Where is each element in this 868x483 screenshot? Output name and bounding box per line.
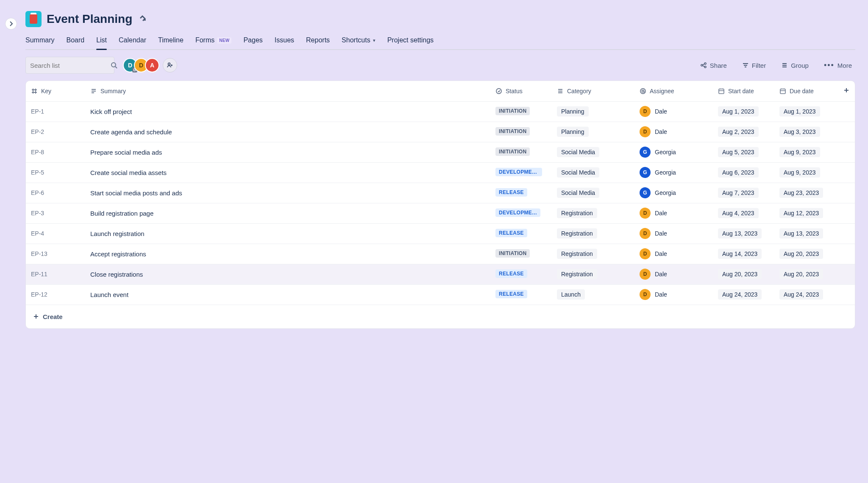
share-button[interactable]: Share [697,59,730,72]
more-button[interactable]: ••• More [821,58,855,72]
issue-status-cell[interactable]: INITIATION [490,142,552,162]
table-row[interactable]: EP-3Build registration pageDEVELOPME…Reg… [26,203,855,223]
customize-theme-button[interactable] [137,13,149,26]
tab-project-settings[interactable]: Project settings [387,33,434,49]
start-date-cell[interactable]: Aug 5, 2023 [713,142,774,162]
table-row[interactable]: EP-5Create social media assetsDEVELOPMEN… [26,162,855,183]
issue-category-cell[interactable]: Registration [552,203,634,223]
issue-key[interactable]: EP-13 [26,244,85,264]
issue-category-cell[interactable]: Social Media [552,162,634,183]
issue-summary[interactable]: Prepare social media ads [85,142,490,162]
issue-status-cell[interactable]: RELEASE [490,183,552,203]
due-date-cell[interactable]: Aug 1, 2023 [774,101,838,122]
issue-category-cell[interactable]: Registration [552,264,634,284]
issue-status-cell[interactable]: INITIATION [490,101,552,122]
due-date-cell[interactable]: Aug 24, 2023 [774,284,838,305]
tab-issues[interactable]: Issues [275,33,294,49]
issue-category-cell[interactable]: Launch [552,284,634,305]
sidebar-expand-button[interactable] [5,18,17,30]
table-row[interactable]: EP-2Create agenda and scheduleINITIATION… [26,122,855,142]
issue-assignee-cell[interactable]: GGeorgia [634,183,713,203]
due-date-cell[interactable]: Aug 12, 2023 [774,203,838,223]
issue-assignee-cell[interactable]: DDale [634,101,713,122]
due-date-cell[interactable]: Aug 3, 2023 [774,122,838,142]
issue-key[interactable]: EP-2 [26,122,85,142]
issue-assignee-cell[interactable]: DDale [634,203,713,223]
issue-key[interactable]: EP-8 [26,142,85,162]
table-row[interactable]: EP-1Kick off projectINITIATIONPlanningDD… [26,101,855,122]
start-date-cell[interactable]: Aug 24, 2023 [713,284,774,305]
issue-assignee-cell[interactable]: DDale [634,223,713,244]
add-people-button[interactable] [163,58,177,72]
issue-status-cell[interactable]: RELEASE [490,284,552,305]
col-start[interactable]: Start date [713,81,774,101]
issue-status-cell[interactable]: DEVELOPMENT [490,162,552,183]
col-assignee[interactable]: Assignee [634,81,713,101]
table-row[interactable]: EP-11Close registrationsRELEASERegistrat… [26,264,855,284]
start-date-cell[interactable]: Aug 6, 2023 [713,162,774,183]
issue-key[interactable]: EP-12 [26,284,85,305]
tab-forms[interactable]: FormsNEW [195,33,232,49]
due-date-cell[interactable]: Aug 13, 2023 [774,223,838,244]
issue-key[interactable]: EP-4 [26,223,85,244]
tab-reports[interactable]: Reports [306,33,330,49]
issue-assignee-cell[interactable]: DDale [634,122,713,142]
tab-list[interactable]: List [96,33,107,49]
start-date-cell[interactable]: Aug 2, 2023 [713,122,774,142]
create-issue-button[interactable]: Create [31,311,850,323]
search-input[interactable] [30,62,111,69]
table-row[interactable]: EP-4Launch registrationRELEASERegistrati… [26,223,855,244]
group-button[interactable]: Group [778,59,812,72]
issue-summary[interactable]: Start social media posts and ads [85,183,490,203]
col-status[interactable]: Status [490,81,552,101]
tab-shortcuts[interactable]: Shortcuts▾ [342,33,376,49]
issue-assignee-cell[interactable]: DDale [634,264,713,284]
col-due[interactable]: Due date [774,81,838,101]
issue-summary[interactable]: Accept registrations [85,244,490,264]
search-box[interactable] [25,57,114,74]
issue-summary[interactable]: Kick off project [85,101,490,122]
issue-assignee-cell[interactable]: DDale [634,244,713,264]
due-date-cell[interactable]: Aug 9, 2023 [774,142,838,162]
issue-summary[interactable]: Create agenda and schedule [85,122,490,142]
issue-assignee-cell[interactable]: GGeorgia [634,162,713,183]
issue-key[interactable]: EP-11 [26,264,85,284]
due-date-cell[interactable]: Aug 20, 2023 [774,264,838,284]
start-date-cell[interactable]: Aug 13, 2023 [713,223,774,244]
table-row[interactable]: EP-8Prepare social media adsINITIATIONSo… [26,142,855,162]
issue-key[interactable]: EP-3 [26,203,85,223]
issue-key[interactable]: EP-1 [26,101,85,122]
due-date-cell[interactable]: Aug 20, 2023 [774,244,838,264]
issue-category-cell[interactable]: Registration [552,223,634,244]
table-row[interactable]: EP-13Accept registrationsINITIATIONRegis… [26,244,855,264]
add-column-button[interactable] [838,81,855,101]
issue-summary[interactable]: Build registration page [85,203,490,223]
due-date-cell[interactable]: Aug 23, 2023 [774,183,838,203]
start-date-cell[interactable]: Aug 4, 2023 [713,203,774,223]
issue-summary[interactable]: Launch registration [85,223,490,244]
tab-calendar[interactable]: Calendar [119,33,146,49]
issue-status-cell[interactable]: RELEASE [490,223,552,244]
table-row[interactable]: EP-6Start social media posts and adsRELE… [26,183,855,203]
filter-button[interactable]: Filter [739,59,769,72]
tab-timeline[interactable]: Timeline [158,33,184,49]
start-date-cell[interactable]: Aug 1, 2023 [713,101,774,122]
issue-summary[interactable]: Launch event [85,284,490,305]
issue-category-cell[interactable]: Planning [552,101,634,122]
tab-pages[interactable]: Pages [243,33,262,49]
issue-status-cell[interactable]: DEVELOPME… [490,203,552,223]
issue-assignee-cell[interactable]: GGeorgia [634,142,713,162]
col-summary[interactable]: Summary [85,81,490,101]
due-date-cell[interactable]: Aug 9, 2023 [774,162,838,183]
issue-category-cell[interactable]: Social Media [552,142,634,162]
issue-category-cell[interactable]: Registration [552,244,634,264]
issue-summary[interactable]: Create social media assets [85,162,490,183]
issue-status-cell[interactable]: INITIATION [490,244,552,264]
issue-key[interactable]: EP-5 [26,162,85,183]
issue-status-cell[interactable]: INITIATION [490,122,552,142]
start-date-cell[interactable]: Aug 20, 2023 [713,264,774,284]
issue-category-cell[interactable]: Planning [552,122,634,142]
issue-category-cell[interactable]: Social Media [552,183,634,203]
col-category[interactable]: Category [552,81,634,101]
start-date-cell[interactable]: Aug 14, 2023 [713,244,774,264]
